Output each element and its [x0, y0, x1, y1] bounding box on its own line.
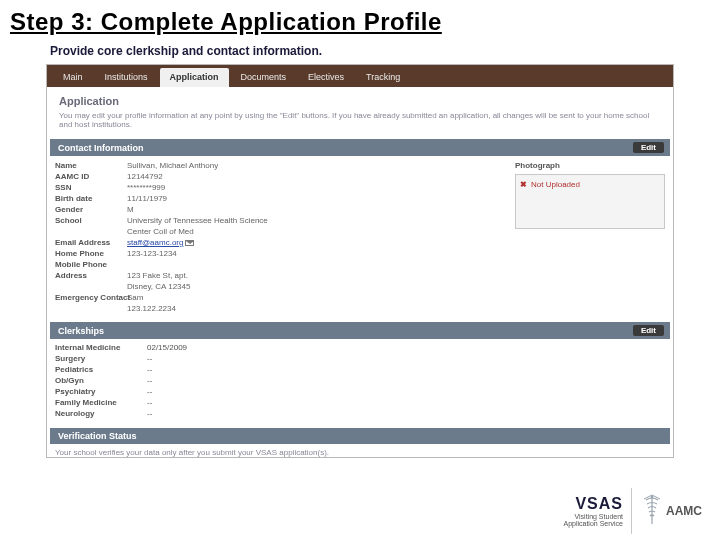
- verification-section-title: Verification Status: [58, 431, 137, 441]
- contact-section-body: Name AAMC ID SSN Birth date Gender Schoo…: [47, 156, 673, 320]
- clerk-neurology-date: --: [147, 409, 152, 420]
- label-birth: Birth date: [55, 193, 127, 204]
- tab-electives[interactable]: Electives: [298, 68, 354, 87]
- edit-contact-button[interactable]: Edit: [633, 142, 664, 153]
- value-home-phone: 123-123-1234: [127, 248, 268, 259]
- label-mobile-phone: Mobile Phone: [55, 259, 127, 270]
- page-header: Application: [47, 87, 673, 109]
- vsas-tagline-1: Visiting Student: [563, 513, 623, 520]
- email-link[interactable]: staff@aamc.org: [127, 238, 183, 247]
- label-gender: Gender: [55, 204, 127, 215]
- photograph-frame[interactable]: ✖ Not Uploaded: [515, 174, 665, 229]
- slide-subtitle: Provide core clerkship and contact infor…: [0, 40, 720, 64]
- clerk-internal-medicine-date: 02/15/2009: [147, 343, 187, 354]
- tab-main[interactable]: Main: [53, 68, 93, 87]
- value-mobile-phone: [127, 259, 268, 270]
- value-birth: 11/11/1979: [127, 193, 268, 204]
- label-name: Name: [55, 160, 127, 171]
- clerk-family-medicine-date: --: [147, 398, 152, 409]
- clerk-family-medicine: Family Medicine: [55, 398, 147, 409]
- footer-divider: [631, 488, 632, 534]
- value-aamc-id: 12144792: [127, 171, 268, 182]
- value-school2: Center Coll of Med: [127, 226, 268, 237]
- value-ssn: ********999: [127, 182, 268, 193]
- value-school: University of Tennessee Health Science: [127, 215, 268, 226]
- photograph-box: Photograph ✖ Not Uploaded: [515, 160, 665, 314]
- tab-institutions[interactable]: Institutions: [95, 68, 158, 87]
- clerk-surgery: Surgery: [55, 354, 147, 365]
- not-uploaded-icon: ✖: [520, 179, 527, 190]
- slide-footer: VSAS Visiting Student Application Servic…: [563, 488, 702, 534]
- label-aamc-id: AAMC ID: [55, 171, 127, 182]
- value-emergency2: 123.122.2234: [127, 303, 268, 314]
- edit-clerkships-button[interactable]: Edit: [633, 325, 664, 336]
- clerk-surgery-date: --: [147, 354, 152, 365]
- label-address: Address: [55, 270, 127, 281]
- verification-section-bar: Verification Status: [50, 428, 670, 444]
- value-emergency1: Sam: [127, 292, 268, 303]
- label-email: Email Address: [55, 237, 127, 248]
- vsas-logo-text: VSAS: [563, 495, 623, 513]
- page-note: You may edit your profile information at…: [47, 109, 673, 137]
- tab-bar: Main Institutions Application Documents …: [47, 65, 673, 87]
- label-home-phone: Home Phone: [55, 248, 127, 259]
- value-name: Sullivan, Michael Anthony: [127, 160, 268, 171]
- label-ssn: SSN: [55, 182, 127, 193]
- photograph-label: Photograph: [515, 160, 665, 171]
- caduceus-icon: [640, 494, 664, 528]
- application-window: Main Institutions Application Documents …: [46, 64, 674, 458]
- contact-section-bar: Contact Information Edit: [50, 139, 670, 156]
- tab-tracking[interactable]: Tracking: [356, 68, 410, 87]
- verification-body: Your school verifies your data only afte…: [47, 444, 673, 458]
- label-emergency: Emergency Contact: [55, 292, 127, 303]
- clerk-psychiatry-date: --: [147, 387, 152, 398]
- label-school: School: [55, 215, 127, 226]
- verification-note: Your school verifies your data only afte…: [55, 448, 665, 457]
- mail-icon: [185, 240, 194, 246]
- clerk-obgyn-date: --: [147, 376, 152, 387]
- photograph-status: Not Uploaded: [531, 179, 580, 190]
- value-gender: M: [127, 204, 268, 215]
- value-address2: Disney, CA 12345: [127, 281, 268, 292]
- value-address1: 123 Fake St, apt.: [127, 270, 268, 281]
- aamc-logo-text: AAMC: [666, 504, 702, 518]
- tab-application[interactable]: Application: [160, 68, 229, 87]
- clerk-pediatrics: Pediatrics: [55, 365, 147, 376]
- vsas-tagline-2: Application Service: [563, 520, 623, 527]
- contact-section-title: Contact Information: [58, 143, 144, 153]
- clerk-internal-medicine: Internal Medicine: [55, 343, 147, 354]
- tab-documents[interactable]: Documents: [231, 68, 297, 87]
- slide-title: Step 3: Complete Application Profile: [0, 0, 720, 40]
- clerk-obgyn: Ob/Gyn: [55, 376, 147, 387]
- clerkships-section-title: Clerkships: [58, 326, 104, 336]
- clerkships-body: Internal Medicine02/15/2009 Surgery-- Pe…: [47, 339, 673, 426]
- clerk-neurology: Neurology: [55, 409, 147, 420]
- clerk-psychiatry: Psychiatry: [55, 387, 147, 398]
- clerk-pediatrics-date: --: [147, 365, 152, 376]
- clerkships-section-bar: Clerkships Edit: [50, 322, 670, 339]
